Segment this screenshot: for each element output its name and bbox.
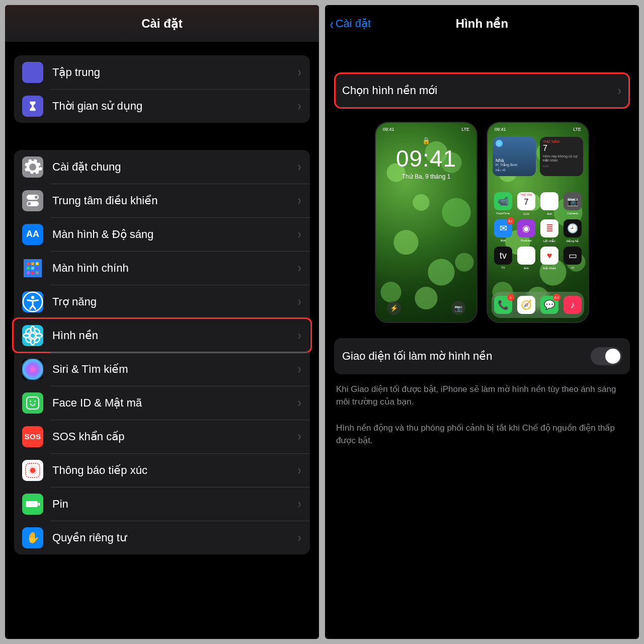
svg-point-5 xyxy=(24,334,30,338)
widget-home: ⌂ Nhà H. Trảng Bom Bản đồ xyxy=(493,137,536,176)
battery-icon xyxy=(22,494,43,515)
switch-knob xyxy=(605,349,620,364)
app-Lời nhắc: ≣Lời nhắc xyxy=(540,219,559,243)
app-Ảnh: ✿Ảnh xyxy=(517,247,536,270)
svg-rect-11 xyxy=(26,501,38,507)
chevron-right-icon: › xyxy=(298,159,301,175)
exposure-icon xyxy=(22,460,43,481)
wallpaper-previews: 09:41 LTE 🔒 09:41 Thứ Ba, 9 tháng 1 ⚡ 📷 … xyxy=(334,122,630,323)
privacy-label: Quyền riêng tư xyxy=(52,531,297,544)
back-label: Cài đặt xyxy=(336,17,371,30)
display-icon: AA xyxy=(22,224,43,245)
chevron-right-icon: › xyxy=(298,193,301,208)
svg-point-1 xyxy=(31,296,34,299)
camera-icon: 📷 xyxy=(451,301,465,315)
settings-row-accessibility[interactable]: Trợ năng› xyxy=(14,285,310,318)
app-Mail: ✉47Mail xyxy=(494,219,513,243)
app-Podcast: ◉Podcast xyxy=(517,219,536,243)
dim-wallpaper-switch[interactable] xyxy=(591,347,622,365)
app-Ảnh: ❖Ảnh xyxy=(540,192,559,215)
settings-row-sos[interactable]: SOSSOS khẩn cấp› xyxy=(14,420,310,453)
general-label: Cài đặt chung xyxy=(52,160,297,174)
settings-row-privacy[interactable]: ✋Quyền riêng tư› xyxy=(14,521,310,554)
app-FaceTime: 📹FaceTime xyxy=(494,192,513,215)
widget-calendar: THỨ NĂM 7 Hôm nay không có sự kiện khác … xyxy=(540,137,583,176)
app-Đồng hồ: 🕘Đồng hồ xyxy=(563,219,582,243)
app-TV: tvTV xyxy=(494,247,513,270)
footnote-2: Hình nền động và thu phóng phối cảnh bị … xyxy=(334,422,630,447)
dock-app: 📞1 xyxy=(494,296,512,314)
lock-bottom-actions: ⚡ 📷 xyxy=(376,301,476,315)
chevron-right-icon: › xyxy=(298,64,301,80)
battery-label: Pin xyxy=(52,498,297,511)
homescreen-preview[interactable]: 09:41 LTE ⌂ Nhà H. Trảng Bom Bản đồ THỨ … xyxy=(487,122,589,323)
svg-point-3 xyxy=(31,326,35,332)
flashlight-icon: ⚡ xyxy=(387,301,401,315)
dock-app: 🧭 xyxy=(517,296,535,314)
wallpaper-panel: ‹ Cài đặt Hình nền Chọn hình nền mới › 0… xyxy=(325,5,639,639)
wallpaper-body: Chọn hình nền mới › 09:41 LTE 🔒 09:41 Th… xyxy=(325,42,639,447)
chevron-right-icon: › xyxy=(298,395,301,411)
settings-row-screentime[interactable]: Thời gian sử dụng› xyxy=(14,89,310,123)
settings-title: Cài đặt xyxy=(5,5,319,42)
wallpaper-header: ‹ Cài đặt Hình nền xyxy=(325,5,639,42)
chevron-right-icon: › xyxy=(618,83,621,99)
chevron-left-icon: ‹ xyxy=(330,16,334,32)
home-screen-label: Màn hình chính xyxy=(52,262,297,275)
settings-row-general[interactable]: Cài đặt chung› xyxy=(14,150,310,184)
chevron-right-icon: › xyxy=(298,260,301,276)
sos-label: SOS khẩn cấp xyxy=(52,430,297,443)
svg-point-6 xyxy=(36,334,42,338)
siri-icon xyxy=(22,359,43,380)
accessibility-icon xyxy=(22,291,43,312)
settings-group-2: Cài đặt chung›Trung tâm điều khiển›AAMàn… xyxy=(14,150,310,554)
display-label: Màn hình & Độ sáng xyxy=(52,228,297,241)
svg-point-2 xyxy=(30,333,36,338)
choose-wallpaper-row[interactable]: Chọn hình nền mới › xyxy=(334,72,630,109)
lock-time: 09:41 xyxy=(376,145,476,172)
footnote-1: Khi Giao diện tối được bật, iPhone sẽ là… xyxy=(334,383,630,408)
wallpaper-icon xyxy=(22,325,43,346)
control-center-icon xyxy=(22,190,43,211)
chevron-right-icon: › xyxy=(298,294,301,309)
privacy-icon: ✋ xyxy=(22,527,43,548)
settings-panel: Cài đặt Tập trung›Thời gian sử dụng› Cài… xyxy=(5,5,319,639)
faceid-label: Face ID & Mật mã xyxy=(52,396,297,410)
home-statusbar: 09:41 LTE xyxy=(488,127,588,132)
dim-wallpaper-row[interactable]: Giao diện tối làm mờ hình nền xyxy=(334,338,630,374)
settings-row-control-center[interactable]: Trung tâm điều khiển› xyxy=(14,184,310,217)
back-button[interactable]: ‹ Cài đặt xyxy=(329,16,371,32)
lock-icon: 🔒 xyxy=(376,137,476,144)
lockscreen-preview[interactable]: 09:41 LTE 🔒 09:41 Thứ Ba, 9 tháng 1 ⚡ 📷 xyxy=(375,122,477,323)
settings-body[interactable]: Tập trung›Thời gian sử dụng› Cài đặt chu… xyxy=(5,42,319,639)
settings-row-faceid[interactable]: Face ID & Mật mã› xyxy=(14,386,310,420)
control-center-label: Trung tâm điều khiển xyxy=(52,194,297,207)
app-Ví: ▭Ví xyxy=(563,247,582,270)
wallpaper-title: Hình nền xyxy=(456,17,508,31)
chevron-right-icon: › xyxy=(298,530,301,545)
focus-icon xyxy=(22,62,43,83)
app-Camera: 📷Camera xyxy=(563,192,582,215)
home-screen-icon xyxy=(22,258,43,279)
dim-wallpaper-label: Giao diện tối làm mờ hình nền xyxy=(342,350,591,363)
settings-row-siri[interactable]: Siri & Tìm kiếm› xyxy=(14,352,310,386)
siri-label: Siri & Tìm kiếm xyxy=(52,363,297,376)
wallpaper-label: Hình nền xyxy=(52,329,297,342)
dock-app: 💬63 xyxy=(540,296,558,314)
lock-date: Thứ Ba, 9 tháng 1 xyxy=(376,173,476,180)
sos-icon: SOS xyxy=(22,426,43,447)
dock-app: ♪ xyxy=(564,296,582,314)
home-widgets: ⌂ Nhà H. Trảng Bom Bản đồ THỨ NĂM 7 Hôm … xyxy=(493,137,583,176)
exposure-label: Thông báo tiếp xúc xyxy=(52,464,297,477)
settings-row-wallpaper[interactable]: Hình nền› xyxy=(14,318,310,352)
settings-row-battery[interactable]: Pin› xyxy=(14,487,310,521)
general-icon xyxy=(22,156,43,178)
settings-row-display[interactable]: AAMàn hình & Độ sáng› xyxy=(14,217,310,251)
settings-row-focus[interactable]: Tập trung› xyxy=(14,55,310,89)
home-app-grid: 📹FaceTimeTHỨ NĂM7Lịch❖Ảnh📷Camera✉47Mail◉… xyxy=(494,192,582,270)
settings-row-home-screen[interactable]: Màn hình chính› xyxy=(14,251,310,285)
screentime-label: Thời gian sử dụng xyxy=(52,100,297,113)
settings-row-exposure[interactable]: Thông báo tiếp xúc› xyxy=(14,453,310,487)
choose-wallpaper-label: Chọn hình nền mới xyxy=(342,84,617,97)
accessibility-label: Trợ năng xyxy=(52,295,297,308)
